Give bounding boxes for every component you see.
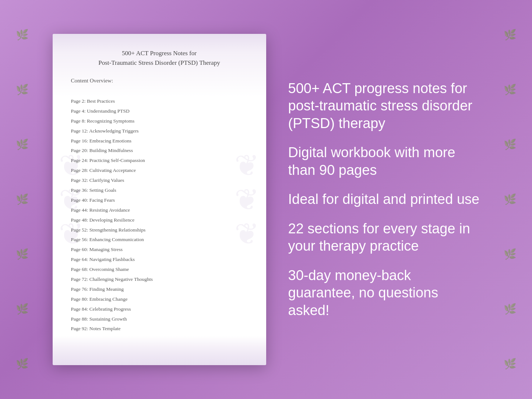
list-item: Page 84: Celebrating Progress xyxy=(71,304,248,314)
list-item: Page 4: Understanding PTSD xyxy=(71,106,248,116)
list-item: Page 16: Embracing Emotions xyxy=(71,136,248,146)
document-header: 500+ ACT Progress Notes for Post-Traumat… xyxy=(53,34,266,96)
list-item: Page 72: Challenging Negative Thoughts xyxy=(71,275,248,285)
list-item: Page 48: Developing Resilience xyxy=(71,215,248,225)
list-item: Page 92: Notes Template xyxy=(71,324,248,334)
list-item: Page 32: Clarifying Values xyxy=(71,176,248,186)
document-footer-decoration xyxy=(53,336,266,365)
list-item: Page 56: Enhancing Communication xyxy=(71,235,248,245)
feature-text-2: Digital workbook with more than 90 pages xyxy=(288,144,480,179)
list-item: Page 80: Embracing Change xyxy=(71,294,248,304)
list-item: Page 64: Navigating Flashbacks xyxy=(71,255,248,265)
list-item: Page 44: Resisting Avoidance xyxy=(71,205,248,215)
feature-text-1: 500+ ACT progress notes for post-traumat… xyxy=(288,80,480,133)
document-title: 500+ ACT Progress Notes for Post-Traumat… xyxy=(71,49,248,67)
list-item: Page 20: Building Mindfulness xyxy=(71,146,248,156)
main-container: ❦❦❦ ❦❦❦ 500+ ACT Progress Notes for Post… xyxy=(0,0,532,399)
list-item: Page 12: Acknowledging Triggers xyxy=(71,126,248,136)
title-line1: 500+ ACT Progress Notes for xyxy=(122,50,197,57)
watermark-right: ❦❦❦ xyxy=(230,148,264,251)
list-item: Page 24: Practicing Self-Compassion xyxy=(71,156,248,166)
watermark-left: ❦❦❦ xyxy=(54,148,89,251)
right-panel: 500+ ACT progress notes for post-traumat… xyxy=(288,80,480,319)
list-item: Page 28: Cultivating Acceptance xyxy=(71,166,248,176)
list-item: Page 2: Best Practices xyxy=(71,96,248,106)
list-item: Page 40: Facing Fears xyxy=(71,195,248,205)
list-item: Page 76: Finding Meaning xyxy=(71,285,248,294)
feature-text-4: 22 sections for every stage in your ther… xyxy=(288,220,480,255)
list-item: Page 88: Sustaining Growth xyxy=(71,314,248,324)
list-item: Page 60: Managing Stress xyxy=(71,245,248,255)
feature-text-3: Ideal for digital and printed use xyxy=(288,191,480,208)
list-item: Page 8: Recognizing Symptoms xyxy=(71,116,248,126)
list-item: Page 52: Strengthening Relationships xyxy=(71,225,248,235)
title-line2: Post-Traumatic Stress Disorder (PTSD) Th… xyxy=(98,59,220,66)
document-card: ❦❦❦ ❦❦❦ 500+ ACT Progress Notes for Post… xyxy=(53,34,266,365)
list-item: Page 36: Setting Goals xyxy=(71,186,248,195)
feature-text-5: 30-day money-back guarantee, no question… xyxy=(288,267,480,319)
list-item: Page 68: Overcoming Shame xyxy=(71,265,248,275)
content-overview-label: Content Overview: xyxy=(71,78,248,84)
